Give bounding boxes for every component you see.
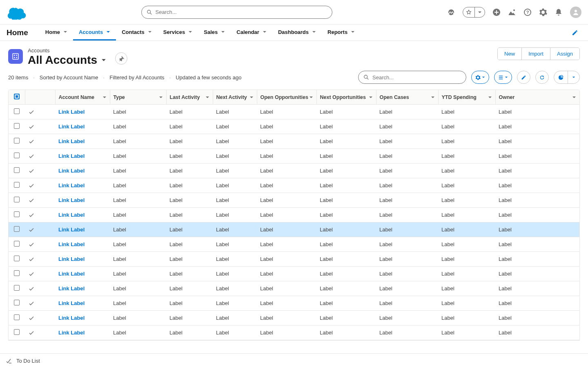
column-header[interactable]: Next Activity xyxy=(213,90,257,105)
nav-tab-reports[interactable]: Reports xyxy=(322,25,361,40)
account-name-link[interactable]: Link Label xyxy=(58,138,85,144)
nav-tab-sales[interactable]: Sales xyxy=(198,25,231,40)
chevron-down-icon[interactable] xyxy=(351,30,355,34)
chart-button[interactable] xyxy=(554,71,568,83)
chevron-down-icon[interactable] xyxy=(221,30,225,34)
chevron-down-icon[interactable] xyxy=(263,30,267,34)
account-name-link[interactable]: Link Label xyxy=(58,227,85,233)
account-name-link[interactable]: Link Label xyxy=(58,315,85,321)
new-button[interactable]: New xyxy=(498,48,521,60)
column-header[interactable]: Next Opportunities xyxy=(316,90,376,105)
list-search[interactable] xyxy=(358,71,466,84)
nav-tab-home[interactable]: Home xyxy=(40,25,73,40)
table-row[interactable]: Link LabelLabelLabelLabelLabelLabelLabel… xyxy=(9,222,579,237)
table-row[interactable]: Link LabelLabelLabelLabelLabelLabelLabel… xyxy=(9,281,579,296)
table-row[interactable]: Link LabelLabelLabelLabelLabelLabelLabel… xyxy=(9,325,579,340)
chevron-down-icon[interactable] xyxy=(488,95,492,99)
notifications-bell-icon[interactable] xyxy=(555,8,563,16)
refresh-button[interactable] xyxy=(535,71,549,84)
edit-list-button[interactable] xyxy=(517,71,530,84)
table-row[interactable]: Link LabelLabelLabelLabelLabelLabelLabel… xyxy=(9,134,579,149)
list-settings-button[interactable] xyxy=(471,71,489,84)
row-checkbox[interactable] xyxy=(14,329,20,335)
list-search-input[interactable] xyxy=(372,74,461,81)
account-name-link[interactable]: Link Label xyxy=(58,285,85,292)
assign-button[interactable]: Assign xyxy=(550,48,579,60)
account-name-link[interactable]: Link Label xyxy=(58,271,85,277)
row-checkbox[interactable] xyxy=(14,108,20,114)
chevron-down-icon[interactable] xyxy=(148,30,152,34)
row-checkbox[interactable] xyxy=(14,314,20,320)
list-view-switcher-caret-icon[interactable] xyxy=(101,58,106,63)
row-checkbox[interactable] xyxy=(14,153,20,158)
account-name-link[interactable]: Link Label xyxy=(58,300,85,306)
column-header[interactable]: Last Activity xyxy=(166,90,213,105)
chevron-down-icon[interactable] xyxy=(102,95,107,99)
chevron-down-icon[interactable] xyxy=(106,30,110,34)
chevron-down-icon[interactable] xyxy=(63,30,67,34)
column-header[interactable]: Open Cases xyxy=(376,90,438,105)
nav-tab-contacts[interactable]: Contacts xyxy=(116,25,158,40)
table-row[interactable]: Link LabelLabelLabelLabelLabelLabelLabel… xyxy=(9,149,579,164)
row-checkbox[interactable] xyxy=(14,138,20,144)
pin-list-button[interactable] xyxy=(115,52,127,65)
table-row[interactable]: Link LabelLabelLabelLabelLabelLabelLabel… xyxy=(9,311,579,325)
table-row[interactable]: Link LabelLabelLabelLabelLabelLabelLabel… xyxy=(9,252,579,267)
table-row[interactable]: Link LabelLabelLabelLabelLabelLabelLabel… xyxy=(9,164,579,178)
favorite-dropdown[interactable] xyxy=(474,7,485,17)
table-row[interactable]: Link LabelLabelLabelLabelLabelLabelLabel… xyxy=(9,296,579,311)
account-name-link[interactable]: Link Label xyxy=(58,168,85,174)
account-name-link[interactable]: Link Label xyxy=(58,330,85,336)
edit-nav-pencil-icon[interactable] xyxy=(568,25,581,40)
global-search-input[interactable] xyxy=(156,9,327,15)
import-button[interactable]: Import xyxy=(521,48,550,60)
column-header[interactable]: Type xyxy=(110,90,166,105)
row-checkbox[interactable] xyxy=(14,182,20,188)
row-checkbox[interactable] xyxy=(14,241,20,247)
chevron-down-icon[interactable] xyxy=(159,95,163,99)
row-checkbox[interactable] xyxy=(14,256,20,261)
row-checkbox[interactable] xyxy=(14,270,20,276)
account-name-link[interactable]: Link Label xyxy=(58,241,85,247)
row-checkbox[interactable] xyxy=(14,285,20,291)
page-title[interactable]: All Accounts xyxy=(28,54,97,67)
add-icon[interactable] xyxy=(492,8,501,16)
chevron-down-icon[interactable] xyxy=(369,95,373,99)
row-checkbox[interactable] xyxy=(14,226,20,232)
nav-tab-accounts[interactable]: Accounts xyxy=(73,25,116,40)
column-header[interactable]: Owner xyxy=(495,90,579,105)
column-header[interactable]: YTD Spending xyxy=(438,90,495,105)
display-as-button[interactable] xyxy=(494,71,512,84)
row-checkbox[interactable] xyxy=(14,300,20,305)
row-checkbox[interactable] xyxy=(14,167,20,173)
row-checkbox[interactable] xyxy=(14,211,20,217)
table-row[interactable]: Link LabelLabelLabelLabelLabelLabelLabel… xyxy=(9,237,579,252)
account-name-link[interactable]: Link Label xyxy=(58,182,85,188)
chevron-down-icon[interactable] xyxy=(249,95,254,99)
row-checkbox[interactable] xyxy=(14,123,20,129)
chevron-down-icon[interactable] xyxy=(312,30,316,34)
nav-tab-dashboards[interactable]: Dashboards xyxy=(272,25,322,40)
chevron-down-icon[interactable] xyxy=(188,30,192,34)
account-name-link[interactable]: Link Label xyxy=(58,109,85,115)
column-header[interactable]: Open Opportunities xyxy=(257,90,316,105)
user-avatar[interactable] xyxy=(570,7,581,18)
account-name-link[interactable]: Link Label xyxy=(58,197,85,203)
nav-tab-calendar[interactable]: Calendar xyxy=(231,25,272,40)
account-name-link[interactable]: Link Label xyxy=(58,212,85,218)
favorite-star-button[interactable] xyxy=(463,7,474,17)
settings-gear-icon[interactable] xyxy=(539,8,547,16)
global-search[interactable] xyxy=(141,6,332,19)
row-checkbox[interactable] xyxy=(14,197,20,202)
table-row[interactable]: Link LabelLabelLabelLabelLabelLabelLabel… xyxy=(9,119,579,134)
image-icon[interactable] xyxy=(508,8,516,16)
chevron-down-icon[interactable] xyxy=(309,95,313,99)
table-row[interactable]: Link LabelLabelLabelLabelLabelLabelLabel… xyxy=(9,105,579,119)
account-name-link[interactable]: Link Label xyxy=(58,153,85,159)
chevron-down-icon[interactable] xyxy=(431,95,435,99)
select-all-checkbox[interactable] xyxy=(14,94,20,99)
account-name-link[interactable]: Link Label xyxy=(58,123,85,130)
chart-dropdown[interactable] xyxy=(568,71,579,83)
table-row[interactable]: Link LabelLabelLabelLabelLabelLabelLabel… xyxy=(9,178,579,193)
trailhead-icon[interactable] xyxy=(447,8,455,16)
